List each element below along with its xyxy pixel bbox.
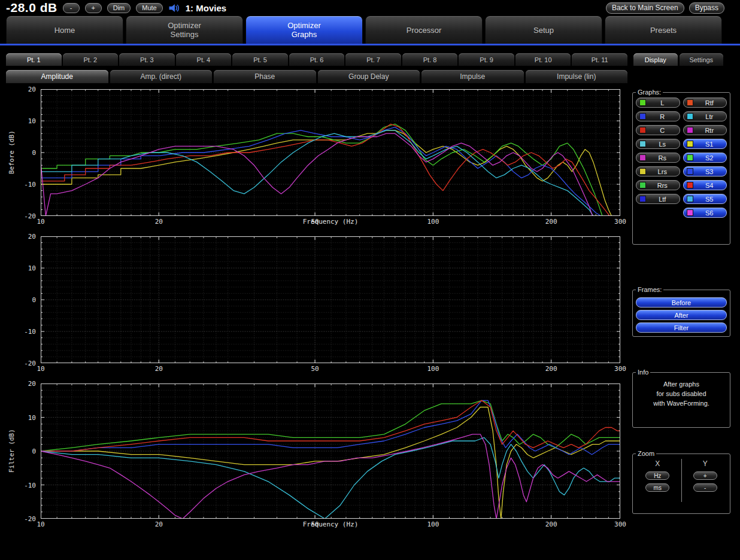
graphs-legend: Graphs: [636, 89, 663, 96]
channel-label: S3 [696, 168, 724, 175]
tab-pt-3[interactable]: Pt. 3 [119, 53, 175, 66]
y-tick-label: 0 [6, 448, 36, 455]
tab-impulse-lin[interactable]: Impulse (lin) [526, 70, 628, 83]
tab-pt-4[interactable]: Pt. 4 [176, 53, 232, 66]
zoom-fieldset: Zoom X Hz ms Y + - [632, 450, 730, 514]
channel-button-rs[interactable]: Rs [636, 153, 680, 163]
filter-plot-canvas [41, 384, 620, 519]
frame-filter-button[interactable]: Filter [636, 322, 727, 333]
zoom-y-in-button[interactable]: + [693, 471, 717, 480]
dim-button[interactable]: Dim [107, 3, 131, 13]
tab-pt-2[interactable]: Pt. 2 [63, 53, 119, 66]
tab-underline [0, 44, 740, 45]
zoom-x-label: X [655, 459, 660, 468]
channel-button-s4[interactable]: S4 [683, 180, 727, 190]
channel-color-swatch [687, 209, 693, 216]
tab-display[interactable]: Display [633, 53, 678, 66]
channel-button-l[interactable]: L [636, 98, 680, 108]
frames-legend: Frames: [636, 286, 663, 293]
volume-down-button[interactable]: - [63, 3, 80, 13]
channel-column-left: L R C Ls Rs Lrs Rrs Ltf [636, 98, 680, 218]
tab-processor[interactable]: Processor [365, 16, 483, 44]
tab-pt-7[interactable]: Pt. 7 [345, 53, 401, 66]
after-plot-canvas [41, 236, 620, 363]
channel-button-ltr[interactable]: Ltr [683, 111, 727, 121]
tab-pt-10[interactable]: Pt. 10 [515, 53, 571, 66]
channel-button-r[interactable]: R [636, 111, 680, 121]
channel-button-s3[interactable]: S3 [683, 166, 727, 176]
channel-color-swatch [639, 196, 646, 202]
channel-button-s5[interactable]: S5 [683, 194, 727, 204]
x-tick-label: 300 [614, 218, 626, 226]
y-tick-label: -20 [6, 360, 36, 367]
speaker-icon[interactable] [168, 4, 180, 13]
tab-optimizer-graphs[interactable]: Optimizer Graphs [245, 16, 363, 44]
tab-pt-8[interactable]: Pt. 8 [402, 53, 458, 66]
filter-plot[interactable] [41, 384, 620, 519]
channel-button-s1[interactable]: S1 [683, 139, 727, 149]
channel-color-swatch [687, 127, 693, 133]
tab-pt-9[interactable]: Pt. 9 [459, 53, 514, 66]
zoom-x-hz-button[interactable]: Hz [645, 471, 669, 480]
tab-amp-direct[interactable]: Amp. (direct) [110, 70, 213, 83]
y-tick-label: -10 [6, 181, 36, 188]
channel-color-swatch [639, 154, 646, 161]
x-tick-label: 10 [37, 521, 44, 528]
channel-button-s2[interactable]: S2 [683, 153, 727, 163]
channel-button-ltf[interactable]: Ltf [636, 194, 680, 204]
zoom-y-label: Y [703, 459, 708, 468]
y-tick-label: 20 [6, 380, 36, 388]
y-tick-label: -20 [6, 212, 36, 220]
x-tick-label: 300 [614, 365, 626, 373]
tab-pt-11[interactable]: Pt. 11 [572, 53, 627, 66]
tab-pt-5[interactable]: Pt. 5 [232, 53, 288, 66]
y-tick-label: -20 [6, 515, 36, 523]
tab-optimizer-settings[interactable]: Optimizer Settings [126, 16, 243, 44]
graphs-fieldset: Graphs: L R C Ls Rs Lrs Rrs Ltf Rtf Ltr … [632, 89, 730, 245]
channel-button-lrs[interactable]: Lrs [636, 166, 680, 176]
zoom-x-column: X Hz ms [636, 459, 680, 502]
channel-color-swatch [687, 196, 693, 202]
channel-label: Rtf [696, 99, 724, 106]
tab-pt-6[interactable]: Pt. 6 [289, 53, 345, 66]
y-tick-label: 20 [6, 233, 36, 241]
volume-up-button[interactable]: + [85, 3, 102, 13]
info-fieldset: Info After graphs for subs disabled with… [632, 369, 730, 428]
bypass-button[interactable]: Bypass [689, 2, 724, 14]
tab-phase[interactable]: Phase [214, 70, 316, 83]
channel-color-swatch [687, 182, 693, 188]
frame-after-button[interactable]: After [636, 310, 727, 320]
mute-button[interactable]: Mute [136, 3, 162, 13]
y-tick-label: 0 [6, 296, 36, 304]
frames-fieldset: Frames: Before After Filter [632, 286, 730, 337]
frame-before-button[interactable]: Before [636, 297, 727, 308]
zoom-x-ms-button[interactable]: ms [645, 483, 669, 492]
tab-pt-1[interactable]: Pt. 1 [6, 53, 62, 66]
channel-button-rrs[interactable]: Rrs [636, 180, 680, 190]
channel-button-c[interactable]: C [636, 125, 680, 135]
volume-display: -28.0 dB [6, 1, 57, 15]
channel-button-rtf[interactable]: Rtf [683, 98, 727, 108]
info-legend: Info [636, 369, 650, 376]
before-plot[interactable] [41, 89, 620, 216]
channel-label: Rtr [696, 127, 724, 134]
channel-color-swatch [687, 113, 693, 120]
back-to-main-screen-button[interactable]: Back to Main Screen [606, 2, 684, 14]
tab-group-delay[interactable]: Group Delay [318, 70, 420, 83]
tab-impulse[interactable]: Impulse [421, 70, 524, 83]
tab-settings[interactable]: Settings [680, 53, 724, 66]
x-tick-label: 100 [427, 365, 439, 373]
channel-button-ls[interactable]: Ls [636, 139, 680, 149]
main-tab-bar: Home Optimizer Settings Optimizer Graphs… [6, 16, 722, 44]
tab-setup[interactable]: Setup [485, 16, 602, 44]
channel-button-rtr[interactable]: Rtr [683, 125, 727, 135]
tab-amplitude[interactable]: Amplitude [6, 70, 108, 83]
x-tick-label: 100 [427, 521, 439, 528]
tab-presets[interactable]: Presets [605, 16, 722, 44]
channel-button-s6[interactable]: S6 [683, 208, 727, 218]
x-tick-label: 50 [311, 365, 319, 373]
x-tick-label: 10 [37, 365, 44, 373]
after-plot[interactable] [41, 236, 620, 363]
tab-home[interactable]: Home [6, 16, 123, 44]
zoom-y-out-button[interactable]: - [693, 483, 717, 492]
